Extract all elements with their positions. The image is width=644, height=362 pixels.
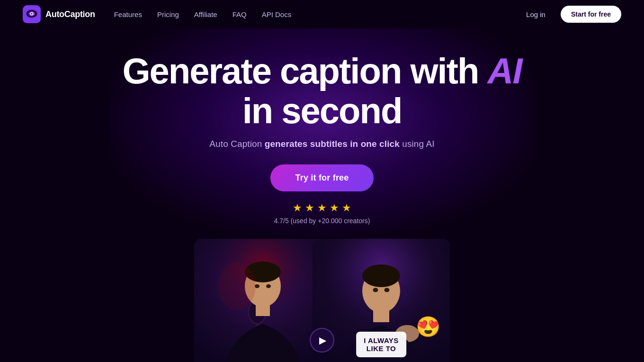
nav-link-affiliate[interactable]: Affiliate bbox=[194, 10, 217, 18]
star-3: ★ bbox=[317, 202, 327, 214]
nav-right: Log in Start for free bbox=[520, 6, 621, 23]
try-free-button[interactable]: Try it for free bbox=[270, 164, 373, 191]
caption-line2: LIKE TO bbox=[364, 344, 399, 353]
headline-normal: Generate caption with bbox=[122, 51, 478, 91]
svg-point-14 bbox=[266, 284, 271, 288]
arrow-right-icon: ▶ bbox=[319, 335, 326, 346]
headline-line2: in second bbox=[0, 91, 644, 131]
video-section: ▶ bbox=[0, 239, 644, 362]
nav-links: Features Pricing Affiliate FAQ API Docs bbox=[114, 10, 292, 18]
emoji-overlay: 😍 bbox=[416, 315, 440, 338]
svg-point-15 bbox=[218, 262, 256, 310]
navbar: AutoCaption Features Pricing Affiliate F… bbox=[0, 0, 644, 28]
nav-link-pricing[interactable]: Pricing bbox=[157, 10, 179, 18]
nav-link-api-docs[interactable]: API Docs bbox=[262, 10, 292, 18]
svg-rect-20 bbox=[373, 310, 389, 322]
rating-detail: (used by +20.000 creators) bbox=[291, 217, 370, 225]
autocaption-logo-icon bbox=[23, 5, 41, 23]
subtitle-before: Auto Caption bbox=[209, 139, 264, 149]
logo[interactable]: AutoCaption bbox=[23, 5, 95, 23]
svg-rect-12 bbox=[256, 304, 270, 316]
nav-link-features[interactable]: Features bbox=[114, 10, 142, 18]
hero-headline: Generate caption with AI in second bbox=[0, 51, 644, 130]
next-arrow-button[interactable]: ▶ bbox=[310, 328, 334, 353]
rating-section: ★ ★ ★ ★ ★ 4.7/5 (used by +20.000 creator… bbox=[0, 202, 644, 225]
star-5: ★ bbox=[342, 202, 351, 214]
rating-text: 4.7/5 (used by +20.000 creators) bbox=[274, 217, 370, 225]
hero-section: Generate caption with AI in second Auto … bbox=[0, 28, 644, 362]
start-free-button[interactable]: Start for free bbox=[561, 6, 621, 23]
subtitle-highlight: generates subtitles in one click bbox=[265, 139, 400, 149]
cta-wrapper: Try it for free bbox=[0, 164, 644, 191]
star-2: ★ bbox=[305, 202, 314, 214]
svg-point-22 bbox=[373, 288, 378, 292]
stars-row: ★ ★ ★ ★ ★ bbox=[293, 202, 351, 214]
login-button[interactable]: Log in bbox=[520, 7, 551, 22]
headline-ai: AI bbox=[488, 51, 522, 91]
nav-link-faq[interactable]: FAQ bbox=[233, 10, 247, 18]
star-1: ★ bbox=[293, 202, 302, 214]
rating-value: 4.7/5 bbox=[274, 217, 289, 225]
subtitle-after: using AI bbox=[400, 139, 435, 149]
star-4: ★ bbox=[330, 202, 339, 214]
nav-left: AutoCaption Features Pricing Affiliate F… bbox=[23, 5, 291, 23]
logo-text: AutoCaption bbox=[45, 9, 95, 19]
caption-text-overlay: I ALWAYS LIKE TO bbox=[356, 332, 406, 357]
svg-point-23 bbox=[385, 288, 390, 292]
svg-point-19 bbox=[362, 264, 400, 287]
svg-point-5 bbox=[32, 13, 32, 13]
caption-line1: I ALWAYS bbox=[364, 336, 399, 344]
hero-subtitle: Auto Caption generates subtitles in one … bbox=[0, 139, 644, 149]
